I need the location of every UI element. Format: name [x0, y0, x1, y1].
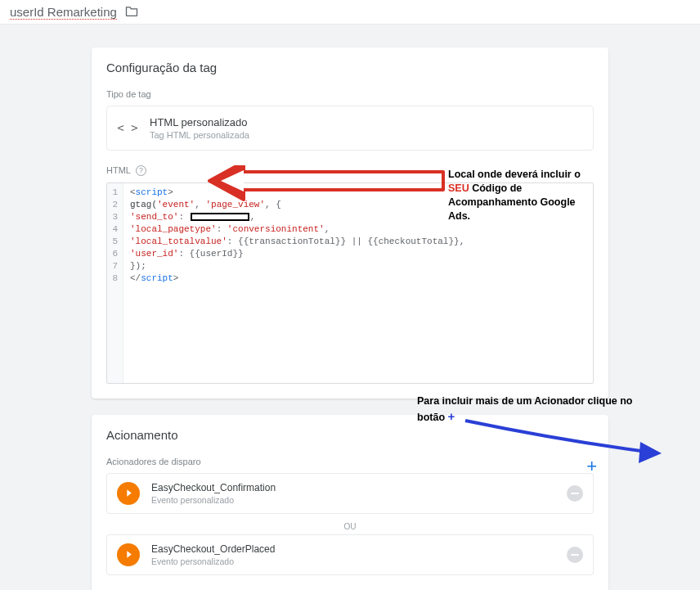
annotation-red: Local onde deverá incluir o SEU Código d… — [448, 168, 587, 223]
triggers-label: Acionadores de disparo — [106, 457, 594, 466]
help-icon[interactable]: ? — [136, 165, 146, 176]
or-separator: ou — [106, 519, 594, 534]
trigger-name: EasyCheckout_OrderPlaced — [151, 543, 275, 556]
code-gutter: 12345678 — [107, 183, 123, 383]
page-header: userId Remarketing — [0, 0, 700, 25]
tagtype-name: HTML personalizado — [150, 116, 249, 130]
trigger-name: EasyCheckout_Confirmation — [151, 482, 276, 495]
trigger-event-icon — [117, 543, 140, 566]
trigger-event-icon — [117, 482, 140, 505]
canvas: Configuração da tag Tipo de tag < > HTML… — [0, 25, 700, 590]
trigger-sub: Evento personalizado — [151, 495, 276, 505]
tagtype-row[interactable]: < > HTML personalizado Tag HTML personal… — [106, 106, 594, 151]
remove-trigger-button[interactable] — [567, 485, 583, 502]
trigger-title: Acionamento — [106, 428, 594, 442]
add-exception-link[interactable]: Adicionar exceção — [106, 580, 594, 590]
tagtype-sub: Tag HTML personalizada — [150, 130, 249, 140]
folder-icon[interactable] — [125, 5, 138, 19]
trigger-sub: Evento personalizado — [151, 556, 275, 566]
page-title: userId Remarketing — [10, 5, 117, 19]
trigger-row[interactable]: EasyCheckout_Confirmation Evento persona… — [106, 473, 594, 514]
trigger-card: Acionamento Acionadores de disparo + Eas… — [92, 415, 608, 590]
annotation-blue: Para incluir mais de um Acionador clique… — [417, 394, 654, 425]
trigger-row[interactable]: EasyCheckout_OrderPlaced Evento personal… — [106, 534, 594, 575]
tagtype-label: Tipo de tag — [106, 89, 594, 99]
remove-trigger-button[interactable] — [567, 547, 583, 563]
code-icon: < > — [119, 119, 137, 137]
redacted-box — [191, 213, 249, 221]
tag-config-title: Configuração da tag — [106, 61, 594, 74]
